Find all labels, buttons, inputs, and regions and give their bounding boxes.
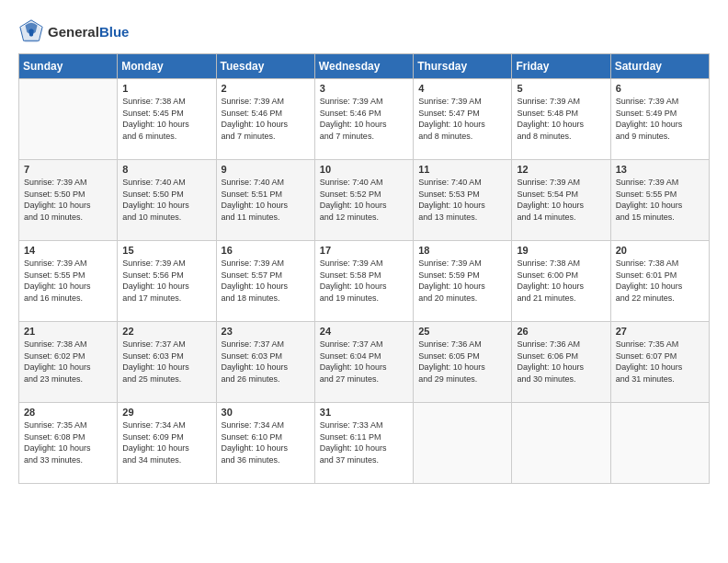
- day-info: Sunrise: 7:34 AM Sunset: 6:09 PM Dayligh…: [122, 419, 210, 465]
- day-number: 30: [222, 407, 310, 418]
- day-cell: 30Sunrise: 7:34 AM Sunset: 6:10 PM Dayli…: [216, 403, 314, 484]
- day-cell: 19Sunrise: 7:38 AM Sunset: 6:00 PM Dayli…: [512, 241, 610, 322]
- day-cell: 18Sunrise: 7:39 AM Sunset: 5:59 PM Dayli…: [414, 241, 512, 322]
- day-info: Sunrise: 7:39 AM Sunset: 5:48 PM Dayligh…: [517, 96, 605, 142]
- day-number: 20: [616, 245, 704, 256]
- day-cell: [414, 403, 512, 484]
- header-cell-saturday: Saturday: [610, 54, 709, 79]
- day-info: Sunrise: 7:37 AM Sunset: 6:03 PM Dayligh…: [122, 339, 210, 385]
- day-cell: 14Sunrise: 7:39 AM Sunset: 5:55 PM Dayli…: [19, 241, 118, 322]
- day-info: Sunrise: 7:36 AM Sunset: 6:05 PM Dayligh…: [418, 339, 506, 385]
- day-info: Sunrise: 7:37 AM Sunset: 6:03 PM Dayligh…: [222, 339, 310, 385]
- day-info: Sunrise: 7:38 AM Sunset: 6:01 PM Dayligh…: [616, 258, 704, 304]
- day-cell: 1Sunrise: 7:38 AM Sunset: 5:45 PM Daylig…: [118, 79, 216, 160]
- day-info: Sunrise: 7:39 AM Sunset: 5:55 PM Dayligh…: [616, 177, 704, 223]
- header-cell-monday: Monday: [118, 54, 216, 79]
- day-number: 5: [517, 83, 605, 94]
- day-number: 10: [320, 164, 408, 175]
- day-cell: 2Sunrise: 7:39 AM Sunset: 5:46 PM Daylig…: [216, 79, 314, 160]
- day-cell: [610, 403, 709, 484]
- day-info: Sunrise: 7:39 AM Sunset: 5:55 PM Dayligh…: [24, 258, 112, 304]
- calendar-table: SundayMondayTuesdayWednesdayThursdayFrid…: [18, 53, 710, 484]
- calendar-body: 1Sunrise: 7:38 AM Sunset: 5:45 PM Daylig…: [19, 79, 710, 484]
- day-info: Sunrise: 7:38 AM Sunset: 6:00 PM Dayligh…: [517, 258, 605, 304]
- day-number: 3: [320, 83, 408, 94]
- day-info: Sunrise: 7:39 AM Sunset: 5:46 PM Dayligh…: [222, 96, 310, 142]
- calendar-header: SundayMondayTuesdayWednesdayThursdayFrid…: [19, 54, 710, 79]
- day-cell: 20Sunrise: 7:38 AM Sunset: 6:01 PM Dayli…: [610, 241, 709, 322]
- day-cell: 7Sunrise: 7:39 AM Sunset: 5:50 PM Daylig…: [19, 160, 118, 241]
- day-cell: 12Sunrise: 7:39 AM Sunset: 5:54 PM Dayli…: [512, 160, 610, 241]
- day-info: Sunrise: 7:40 AM Sunset: 5:53 PM Dayligh…: [418, 177, 506, 223]
- day-cell: 29Sunrise: 7:34 AM Sunset: 6:09 PM Dayli…: [118, 403, 216, 484]
- day-info: Sunrise: 7:39 AM Sunset: 5:56 PM Dayligh…: [122, 258, 210, 304]
- day-info: Sunrise: 7:39 AM Sunset: 5:47 PM Dayligh…: [418, 96, 506, 142]
- header-cell-thursday: Thursday: [414, 54, 512, 79]
- day-info: Sunrise: 7:35 AM Sunset: 6:07 PM Dayligh…: [616, 339, 704, 385]
- day-cell: 5Sunrise: 7:39 AM Sunset: 5:48 PM Daylig…: [512, 79, 610, 160]
- logo-text: GeneralBlue: [48, 24, 129, 40]
- day-info: Sunrise: 7:39 AM Sunset: 5:54 PM Dayligh…: [517, 177, 605, 223]
- day-cell: 21Sunrise: 7:38 AM Sunset: 6:02 PM Dayli…: [19, 322, 118, 403]
- day-cell: 8Sunrise: 7:40 AM Sunset: 5:50 PM Daylig…: [118, 160, 216, 241]
- day-info: Sunrise: 7:39 AM Sunset: 5:58 PM Dayligh…: [320, 258, 408, 304]
- day-cell: 26Sunrise: 7:36 AM Sunset: 6:06 PM Dayli…: [512, 322, 610, 403]
- week-row-2: 7Sunrise: 7:39 AM Sunset: 5:50 PM Daylig…: [19, 160, 710, 241]
- week-row-4: 21Sunrise: 7:38 AM Sunset: 6:02 PM Dayli…: [19, 322, 710, 403]
- day-number: 17: [320, 245, 408, 256]
- day-number: 6: [616, 83, 704, 94]
- page-header: GeneralBlue: [18, 18, 710, 44]
- day-number: 15: [122, 245, 210, 256]
- day-number: 1: [122, 83, 210, 94]
- day-info: Sunrise: 7:39 AM Sunset: 5:59 PM Dayligh…: [418, 258, 506, 304]
- day-number: 31: [320, 407, 408, 418]
- day-cell: 23Sunrise: 7:37 AM Sunset: 6:03 PM Dayli…: [216, 322, 314, 403]
- day-cell: 31Sunrise: 7:33 AM Sunset: 6:11 PM Dayli…: [314, 403, 413, 484]
- day-info: Sunrise: 7:39 AM Sunset: 5:46 PM Dayligh…: [320, 96, 408, 142]
- day-cell: 9Sunrise: 7:40 AM Sunset: 5:51 PM Daylig…: [216, 160, 314, 241]
- day-number: 28: [24, 407, 112, 418]
- header-cell-wednesday: Wednesday: [314, 54, 413, 79]
- header-cell-sunday: Sunday: [19, 54, 118, 79]
- day-number: 7: [24, 164, 112, 175]
- header-cell-tuesday: Tuesday: [216, 54, 314, 79]
- day-cell: 24Sunrise: 7:37 AM Sunset: 6:04 PM Dayli…: [314, 322, 413, 403]
- day-number: 25: [418, 326, 506, 337]
- day-number: 22: [122, 326, 210, 337]
- day-number: 18: [418, 245, 506, 256]
- day-info: Sunrise: 7:40 AM Sunset: 5:52 PM Dayligh…: [320, 177, 408, 223]
- day-number: 16: [222, 245, 310, 256]
- day-number: 21: [24, 326, 112, 337]
- day-cell: 6Sunrise: 7:39 AM Sunset: 5:49 PM Daylig…: [610, 79, 709, 160]
- day-cell: 16Sunrise: 7:39 AM Sunset: 5:57 PM Dayli…: [216, 241, 314, 322]
- day-info: Sunrise: 7:40 AM Sunset: 5:51 PM Dayligh…: [222, 177, 310, 223]
- day-cell: 4Sunrise: 7:39 AM Sunset: 5:47 PM Daylig…: [414, 79, 512, 160]
- day-number: 12: [517, 164, 605, 175]
- day-cell: 27Sunrise: 7:35 AM Sunset: 6:07 PM Dayli…: [610, 322, 709, 403]
- day-info: Sunrise: 7:39 AM Sunset: 5:50 PM Dayligh…: [24, 177, 112, 223]
- day-info: Sunrise: 7:33 AM Sunset: 6:11 PM Dayligh…: [320, 419, 408, 465]
- logo: GeneralBlue: [18, 18, 129, 44]
- day-number: 4: [418, 83, 506, 94]
- day-cell: 25Sunrise: 7:36 AM Sunset: 6:05 PM Dayli…: [414, 322, 512, 403]
- day-info: Sunrise: 7:38 AM Sunset: 5:45 PM Dayligh…: [122, 96, 210, 142]
- day-cell: 3Sunrise: 7:39 AM Sunset: 5:46 PM Daylig…: [314, 79, 413, 160]
- day-info: Sunrise: 7:40 AM Sunset: 5:50 PM Dayligh…: [122, 177, 210, 223]
- day-number: 26: [517, 326, 605, 337]
- day-number: 29: [122, 407, 210, 418]
- header-cell-friday: Friday: [512, 54, 610, 79]
- day-number: 27: [616, 326, 704, 337]
- day-number: 2: [222, 83, 310, 94]
- day-number: 23: [222, 326, 310, 337]
- day-info: Sunrise: 7:34 AM Sunset: 6:10 PM Dayligh…: [222, 419, 310, 465]
- week-row-5: 28Sunrise: 7:35 AM Sunset: 6:08 PM Dayli…: [19, 403, 710, 484]
- day-number: 13: [616, 164, 704, 175]
- day-number: 9: [222, 164, 310, 175]
- day-cell: 11Sunrise: 7:40 AM Sunset: 5:53 PM Dayli…: [414, 160, 512, 241]
- day-cell: [19, 79, 118, 160]
- day-number: 14: [24, 245, 112, 256]
- day-info: Sunrise: 7:39 AM Sunset: 5:57 PM Dayligh…: [222, 258, 310, 304]
- day-info: Sunrise: 7:35 AM Sunset: 6:08 PM Dayligh…: [24, 419, 112, 465]
- day-info: Sunrise: 7:37 AM Sunset: 6:04 PM Dayligh…: [320, 339, 408, 385]
- day-info: Sunrise: 7:39 AM Sunset: 5:49 PM Dayligh…: [616, 96, 704, 142]
